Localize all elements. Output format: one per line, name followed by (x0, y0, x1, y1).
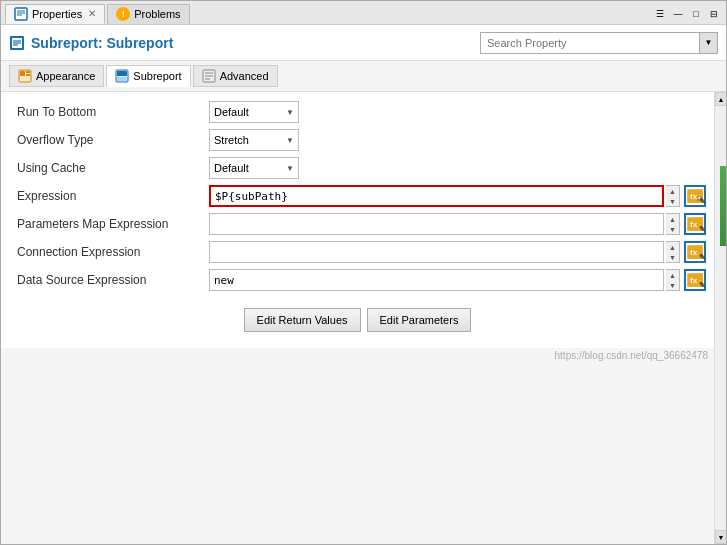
expression-spinner: ▲ ▼ (666, 185, 680, 207)
properties-list: Run To Bottom Default ▼ Overflow Type St… (1, 92, 714, 348)
view-menu-btn[interactable]: ☰ (652, 6, 668, 22)
conn-spin-down[interactable]: ▼ (666, 252, 679, 262)
dropdown-overflow-type[interactable]: Stretch ▼ (209, 129, 299, 151)
label-connection-expression: Connection Expression (9, 245, 209, 259)
subreport-icon (115, 69, 129, 83)
prop-data-source-expression: Data Source Expression ▲ ▼ fx (9, 268, 706, 292)
input-data-source-expression[interactable] (209, 269, 664, 291)
tab-properties[interactable]: Properties ✕ (5, 4, 105, 24)
conn-spin-up[interactable]: ▲ (666, 242, 679, 252)
watermark: https://blog.csdn.net/qq_36662478 (1, 348, 714, 363)
search-dropdown-btn[interactable]: ▼ (700, 32, 718, 54)
scroll-accent (720, 166, 726, 246)
main-area: Run To Bottom Default ▼ Overflow Type St… (1, 92, 726, 544)
control-run-to-bottom: Default ▼ (209, 101, 706, 123)
scroll-up-btn[interactable]: ▲ (715, 92, 726, 106)
parameters-map-spinner: ▲ ▼ (666, 213, 680, 235)
sub-tab-appearance-label: Appearance (36, 70, 95, 82)
label-overflow-type: Overflow Type (9, 133, 209, 147)
advanced-icon (202, 69, 216, 83)
svg-rect-10 (20, 71, 25, 76)
action-buttons-row: Edit Return Values Edit Parameters (9, 300, 706, 340)
parameters-map-edit-btn[interactable]: fx (684, 213, 706, 235)
label-expression: Expression (9, 189, 209, 203)
control-parameters-map: ▲ ▼ fx (209, 213, 706, 235)
label-run-to-bottom: Run To Bottom (9, 105, 209, 119)
prop-connection-expression: Connection Expression ▲ ▼ fx (9, 240, 706, 264)
svg-text:fx: fx (690, 248, 698, 257)
minimize-btn[interactable]: — (670, 6, 686, 22)
svg-text:fx: fx (690, 276, 698, 285)
tab-problems[interactable]: ! Problems (107, 4, 189, 24)
properties-tab-icon (14, 7, 28, 21)
sub-tab-subreport-label: Subreport (133, 70, 181, 82)
control-using-cache: Default ▼ (209, 157, 706, 179)
scroll-area (715, 106, 726, 530)
panel-header: Subreport: Subreport ▼ (1, 25, 726, 61)
control-overflow-type: Stretch ▼ (209, 129, 706, 151)
label-data-source-expression: Data Source Expression (9, 273, 209, 287)
edit-parameters-button[interactable]: Edit Parameters (367, 308, 472, 332)
dropdown-arrow-cache: ▼ (286, 164, 294, 173)
panel-title: Subreport: Subreport (31, 35, 480, 51)
main-window: Properties ✕ ! Problems ☰ — □ ⊟ (0, 0, 727, 545)
panel-title-icon (9, 35, 25, 51)
content-area: Run To Bottom Default ▼ Overflow Type St… (1, 92, 714, 544)
prop-using-cache: Using Cache Default ▼ (9, 156, 706, 180)
svg-rect-11 (26, 71, 30, 73)
search-input[interactable] (480, 32, 700, 54)
dropdown-arrow-overflow: ▼ (286, 136, 294, 145)
sub-tab-advanced[interactable]: Advanced (193, 65, 278, 87)
edit-return-values-button[interactable]: Edit Return Values (244, 308, 361, 332)
label-using-cache: Using Cache (9, 161, 209, 175)
problems-tab-icon: ! (116, 7, 130, 21)
tab-actions: ☰ — □ ⊟ (652, 6, 722, 22)
ds-spin-down[interactable]: ▼ (666, 280, 679, 290)
tab-bar: Properties ✕ ! Problems ☰ — □ ⊟ (1, 1, 726, 25)
label-parameters-map: Parameters Map Expression (9, 217, 209, 231)
prop-expression: Expression ▲ ▼ fx (9, 184, 706, 208)
appearance-icon (18, 69, 32, 83)
tab-problems-label: Problems (134, 8, 180, 20)
control-connection-expression: ▲ ▼ fx (209, 241, 706, 263)
input-connection-expression[interactable] (209, 241, 664, 263)
tab-properties-close[interactable]: ✕ (88, 8, 96, 19)
param-spin-up[interactable]: ▲ (666, 214, 679, 224)
tab-properties-label: Properties (32, 8, 82, 20)
sub-tab-subreport[interactable]: Subreport (106, 65, 190, 87)
expression-edit-btn[interactable]: fx (684, 185, 706, 207)
control-expression: ▲ ▼ fx (209, 185, 706, 207)
datasource-spinner: ▲ ▼ (666, 269, 680, 291)
svg-rect-0 (15, 8, 27, 20)
control-data-source-expression: ▲ ▼ fx (209, 269, 706, 291)
ds-spin-up[interactable]: ▲ (666, 270, 679, 280)
sub-tab-appearance[interactable]: Appearance (9, 65, 104, 87)
svg-rect-14 (117, 71, 127, 76)
dropdown-using-cache[interactable]: Default ▼ (209, 157, 299, 179)
input-expression[interactable] (209, 185, 664, 207)
dropdown-run-to-bottom[interactable]: Default ▼ (209, 101, 299, 123)
spin-down[interactable]: ▼ (666, 196, 679, 206)
scroll-down-btn[interactable]: ▼ (715, 530, 726, 544)
prop-parameters-map: Parameters Map Expression ▲ ▼ fx (9, 212, 706, 236)
maximize-btn[interactable]: □ (688, 6, 704, 22)
spin-up[interactable]: ▲ (666, 186, 679, 196)
data-source-edit-btn[interactable]: fx (684, 269, 706, 291)
prop-run-to-bottom: Run To Bottom Default ▼ (9, 100, 706, 124)
sub-tab-advanced-label: Advanced (220, 70, 269, 82)
connection-edit-btn[interactable]: fx (684, 241, 706, 263)
svg-rect-22 (697, 196, 702, 201)
svg-rect-12 (26, 74, 30, 76)
svg-text:fx: fx (690, 192, 698, 201)
svg-rect-15 (117, 77, 127, 81)
prop-overflow-type: Overflow Type Stretch ▼ (9, 128, 706, 152)
scrollbar[interactable]: ▲ ▼ (714, 92, 726, 544)
restore-btn[interactable]: ⊟ (706, 6, 722, 22)
svg-text:fx: fx (690, 220, 698, 229)
input-parameters-map[interactable] (209, 213, 664, 235)
sub-tabs: Appearance Subreport Advanc (1, 61, 726, 92)
connection-spinner: ▲ ▼ (666, 241, 680, 263)
dropdown-arrow: ▼ (286, 108, 294, 117)
param-spin-down[interactable]: ▼ (666, 224, 679, 234)
